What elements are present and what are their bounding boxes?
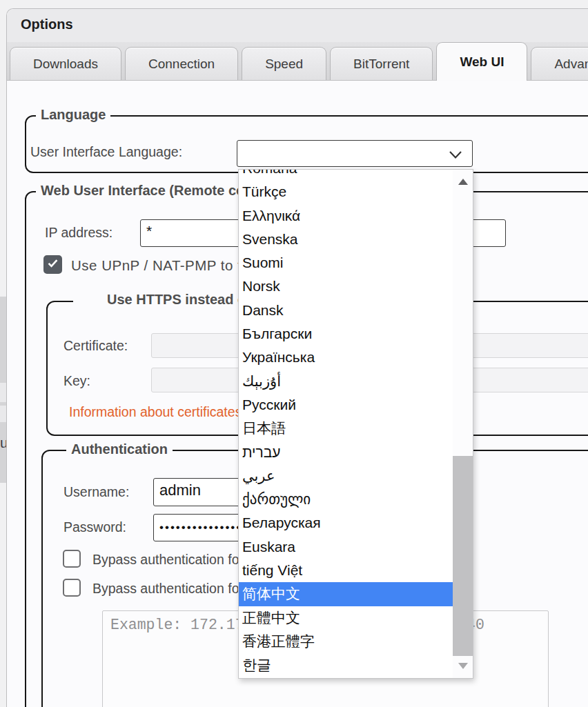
chevron-down-icon	[449, 150, 462, 162]
dialog-titlebar	[7, 9, 588, 42]
dropdown-item[interactable]: tiếng Việt	[239, 559, 453, 582]
auth-legend: Authentication	[66, 441, 173, 457]
background-text-fragment: u	[0, 435, 6, 455]
tab-bittorrent[interactable]: BitTorrent	[330, 47, 433, 80]
bypass-whitelist-checkbox[interactable]	[63, 579, 81, 597]
dropdown-item[interactable]: 简体中文	[239, 582, 453, 606]
dropdown-item[interactable]: Български	[239, 322, 453, 346]
dropdown-item[interactable]: Svenska	[239, 228, 453, 251]
dropdown-item[interactable]: Türkçe	[239, 180, 453, 203]
dropdown-item[interactable]: ქართული	[239, 488, 453, 511]
tab-advanced[interactable]: Advanced	[531, 47, 588, 80]
password-label: Password:	[63, 519, 126, 535]
dropdown-item[interactable]: Ελληνικά	[239, 204, 453, 228]
checkmark-icon	[46, 257, 59, 272]
dropdown-scrollbar[interactable]	[453, 170, 473, 678]
scrollbar-thumb[interactable]	[453, 456, 473, 656]
scroll-down-icon[interactable]	[453, 654, 473, 678]
options-window: u Options DownloadsConnectionSpeedBitTor…	[0, 0, 588, 707]
tab-speed[interactable]: Speed	[242, 47, 326, 80]
dropdown-item[interactable]: Русский	[239, 393, 453, 417]
dropdown-item[interactable]: Euskara	[239, 535, 453, 559]
certificate-info-link[interactable]: Information about certificates	[69, 404, 242, 420]
dropdown-item[interactable]: עברית	[239, 441, 453, 464]
tab-web-ui[interactable]: Web UI	[436, 42, 527, 81]
certificate-label: Certificate:	[63, 338, 128, 354]
dropdown-item[interactable]: Suomi	[239, 251, 453, 275]
ui-language-select[interactable]	[237, 140, 473, 167]
language-dropdown-items: RomânăTürkçeΕλληνικάSvenskaSuomiNorskDan…	[239, 169, 453, 677]
dropdown-item[interactable]: Dansk	[239, 299, 453, 322]
bypass-localhost-checkbox[interactable]	[63, 550, 81, 568]
dialog-title: Options	[21, 17, 73, 32]
language-legend: Language	[36, 107, 110, 123]
ui-language-label: User Interface Language:	[30, 144, 182, 160]
dropdown-item[interactable]: Беларуская	[239, 511, 453, 535]
dropdown-item[interactable]: عربي	[239, 464, 453, 488]
tab-downloads[interactable]: Downloads	[10, 47, 121, 80]
dropdown-item[interactable]: أۇزبېك	[239, 370, 453, 393]
dropdown-item[interactable]: 香港正體字	[239, 630, 453, 653]
dropdown-item[interactable]: Українська	[239, 346, 453, 369]
background-band	[0, 383, 6, 402]
tab-connection[interactable]: Connection	[125, 47, 238, 80]
tab-bar: DownloadsConnectionSpeedBitTorrentWeb UI…	[7, 42, 588, 81]
username-label: Username:	[63, 484, 129, 500]
dropdown-item[interactable]: 日本語	[239, 417, 453, 440]
background-band	[0, 406, 6, 422]
dropdown-item[interactable]: 한글	[239, 653, 453, 677]
dropdown-item[interactable]: Română	[239, 169, 453, 180]
language-dropdown-list: RomânăTürkçeΕλληνικάSvenskaSuomiNorskDan…	[238, 169, 473, 679]
dropdown-item[interactable]: Norsk	[239, 275, 453, 298]
dropdown-item[interactable]: 正體中文	[239, 606, 453, 630]
ip-address-label: IP address:	[45, 225, 112, 241]
key-label: Key:	[63, 373, 90, 389]
scroll-up-icon[interactable]	[453, 170, 473, 194]
upnp-checkbox[interactable]	[43, 255, 62, 274]
